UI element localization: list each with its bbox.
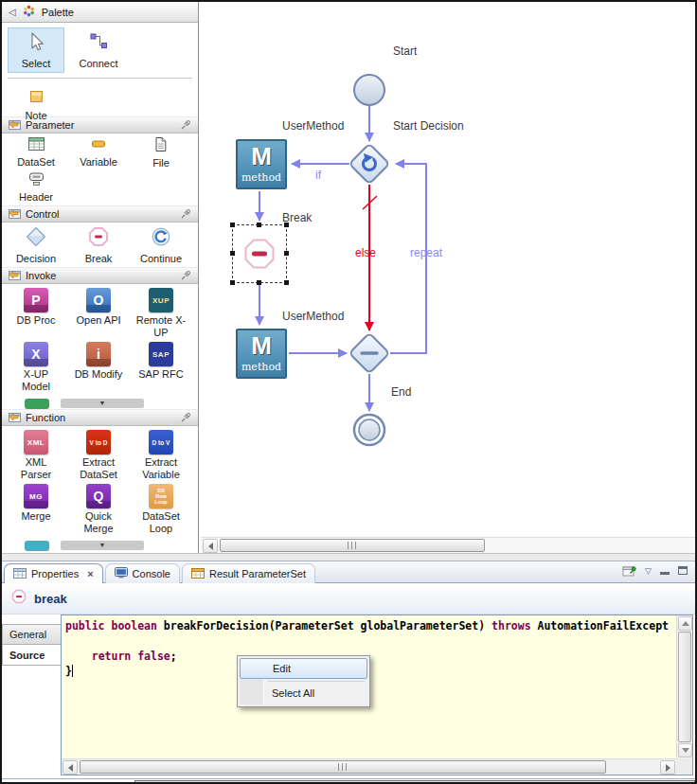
scroll-right-button[interactable] xyxy=(660,760,675,775)
app-glyph: MG xyxy=(29,492,43,501)
db-proc-icon: P xyxy=(24,288,48,312)
side-tab-general[interactable]: General xyxy=(2,624,61,645)
app-glyph: DS Row Loop xyxy=(154,488,167,505)
selection-handle[interactable] xyxy=(257,280,261,285)
palette-item-decision[interactable]: Decision xyxy=(9,226,63,265)
user-method-node-1[interactable]: M method xyxy=(236,139,287,189)
scroll-left-button[interactable] xyxy=(203,539,218,553)
pin-icon[interactable] xyxy=(181,205,191,223)
palette-tool-connect[interactable]: Connect xyxy=(70,27,127,73)
side-tab-source[interactable]: Source xyxy=(2,645,61,666)
collapse-palette-icon[interactable]: ◁ xyxy=(9,7,16,17)
extract-variable-icon: D to V xyxy=(149,430,173,454)
code-keyword: throws xyxy=(491,619,537,633)
palette-item-xml-parser[interactable]: XML XML Parser xyxy=(9,430,63,481)
palette-item-header[interactable]: Header xyxy=(9,172,63,204)
scroll-up-button[interactable] xyxy=(678,616,692,631)
scrollbar-thumb[interactable] xyxy=(80,760,606,774)
user-method-node-2[interactable]: M method xyxy=(236,329,287,379)
pin-view-icon[interactable] xyxy=(622,564,636,577)
app-glyph: P xyxy=(31,293,40,308)
palette-item-sap-rfc[interactable]: SAP SAP RFC xyxy=(134,342,188,393)
edge-label-if: if xyxy=(315,169,321,182)
view-toolbar: ▽ xyxy=(622,564,688,577)
start-decision-node[interactable] xyxy=(349,144,389,184)
sap-rfc-icon: SAP xyxy=(149,342,173,366)
palette-item-open-api[interactable]: O Open API xyxy=(71,288,126,339)
code-line-1: public boolean breakForDecision(Paramete… xyxy=(65,618,669,633)
edge-label-repeat: repeat xyxy=(410,246,442,259)
scroll-down-button[interactable] xyxy=(678,743,692,757)
palette-item-extract-variable[interactable]: D to V Extract Variable xyxy=(134,430,188,481)
palette-item-break[interactable]: Break xyxy=(71,226,126,265)
properties-header: break xyxy=(2,583,695,615)
scrollbar-thumb[interactable] xyxy=(678,632,691,742)
panel-sash[interactable] xyxy=(2,553,695,561)
scrollbar-thumb[interactable] xyxy=(220,539,485,552)
section-header-function[interactable]: Function xyxy=(2,409,198,426)
palette-item-dataset-loop[interactable]: DS Row Loop DataSet Loop xyxy=(134,484,188,535)
node-label-usermethod-2: UserMethod xyxy=(282,310,344,323)
continue-circle-icon xyxy=(151,226,171,251)
palette-item-dataset[interactable]: DataSet xyxy=(9,137,63,169)
selection-box[interactable] xyxy=(232,224,287,283)
pin-icon[interactable] xyxy=(181,267,191,284)
note-icon xyxy=(28,88,45,108)
method-caption: method xyxy=(241,360,281,374)
code-text: breakForDecision(ParameterSet globalPara… xyxy=(164,619,491,633)
selection-handle[interactable] xyxy=(230,280,235,285)
palette-item-extract-dataset[interactable]: V to D Extract DataSet xyxy=(71,430,126,481)
view-menu-icon[interactable]: ▽ xyxy=(645,566,652,576)
scroll-down-indicator[interactable]: ▼ xyxy=(61,399,144,408)
pin-icon[interactable] xyxy=(181,116,191,134)
pin-icon[interactable] xyxy=(181,409,191,426)
menu-item-edit[interactable]: Edit xyxy=(240,658,367,679)
palette-item-label: SAP RFC xyxy=(134,368,188,381)
properties-title: break xyxy=(34,592,67,606)
palette-item-file[interactable]: File xyxy=(134,137,188,169)
scroll-down-indicator[interactable]: ▼ xyxy=(61,541,144,550)
diagram-canvas[interactable]: M method M method Start UserMethod Start… xyxy=(199,2,695,553)
end-node[interactable] xyxy=(354,415,384,445)
selection-handle[interactable] xyxy=(257,223,261,227)
palette-item-variable[interactable]: Variable xyxy=(71,137,126,169)
text-caret xyxy=(72,665,73,677)
selection-handle[interactable] xyxy=(284,251,289,256)
palette-item-db-modify[interactable]: i DB Modify xyxy=(71,342,126,393)
palette-item-xup-model[interactable]: X X-UP Model xyxy=(9,342,63,393)
scrollbar-thumb[interactable] xyxy=(134,780,695,783)
palette-item-remote-xup[interactable]: XUP Remote X-UP xyxy=(134,288,188,339)
close-icon[interactable]: × xyxy=(87,568,93,579)
maximize-icon[interactable] xyxy=(678,566,688,575)
palette-item-db-proc[interactable]: P DB Proc xyxy=(9,288,63,339)
menu-item-select-all[interactable]: Select All xyxy=(240,684,367,704)
application-window: ◁ Palette Select Connect Note Parameter xyxy=(0,0,697,784)
selection-handle[interactable] xyxy=(230,251,235,256)
canvas-horizontal-scrollbar[interactable] xyxy=(201,537,695,553)
selection-handle[interactable] xyxy=(230,223,235,227)
start-node[interactable] xyxy=(354,75,384,105)
palette-tool-select[interactable]: Select xyxy=(8,27,64,73)
section-header-invoke[interactable]: Invoke xyxy=(2,267,198,284)
selection-handle[interactable] xyxy=(284,280,289,285)
section-header-parameter[interactable]: Parameter xyxy=(2,116,198,134)
minimize-icon[interactable] xyxy=(660,567,670,575)
header-icon xyxy=(28,172,45,189)
dataset-table-icon xyxy=(28,137,45,154)
tab-result-parameterset[interactable]: Result ParameterSet xyxy=(182,563,315,583)
merge-node[interactable] xyxy=(349,333,389,373)
quick-merge-icon: Q xyxy=(86,484,111,508)
code-keyword: return xyxy=(92,650,137,663)
palette-item-quick-merge[interactable]: Q Quick Merge xyxy=(71,484,126,535)
palette-item-merge[interactable]: MG Merge xyxy=(9,484,63,535)
scroll-left-button[interactable] xyxy=(63,760,78,775)
code-horizontal-scrollbar[interactable] xyxy=(62,758,676,775)
tab-console[interactable]: Console xyxy=(105,563,180,583)
tab-properties[interactable]: Properties × xyxy=(4,563,103,583)
palette-item-continue[interactable]: Continue xyxy=(134,226,188,265)
section-header-control[interactable]: Control xyxy=(2,205,198,223)
code-vertical-scrollbar[interactable] xyxy=(676,615,692,758)
code-text: ; xyxy=(170,650,177,663)
open-api-icon: O xyxy=(86,288,111,312)
source-editor: public boolean breakForDecision(Paramete… xyxy=(61,615,693,775)
